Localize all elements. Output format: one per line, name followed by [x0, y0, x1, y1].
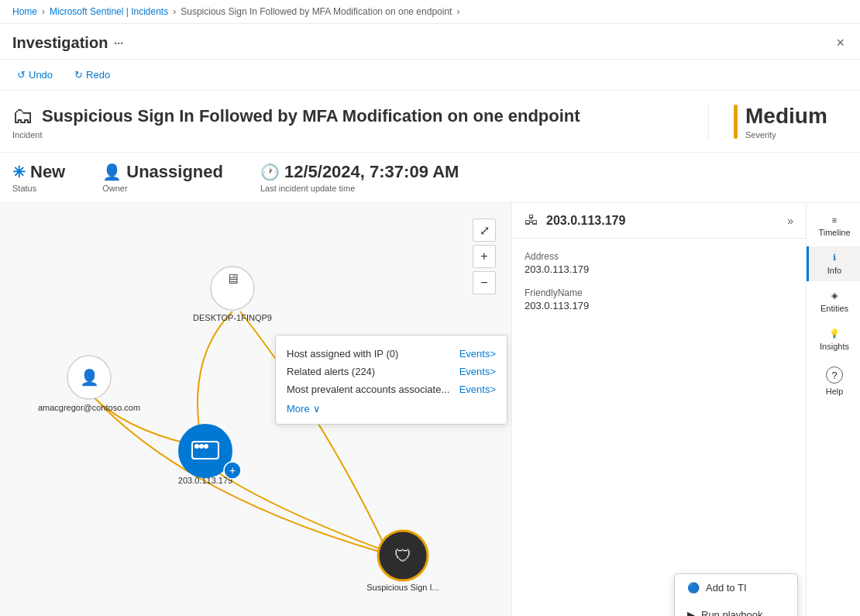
breadcrumb: Home › Microsoft Sentinel | Incidents › … [0, 0, 860, 24]
svg-text:👤: 👤 [80, 368, 99, 387]
breadcrumb-home[interactable]: Home [12, 6, 37, 17]
right-panel-title: 203.0.113.179 [546, 214, 779, 228]
status-meta: ✳ New Status [12, 162, 65, 193]
status-value: New [30, 162, 65, 182]
right-panel-expand[interactable]: » [787, 215, 793, 227]
help-label: Help [826, 387, 844, 396]
redo-icon: ↻ [74, 69, 83, 81]
right-panel: 🖧 203.0.113.179 » Address 203.0.113.179 … [511, 203, 806, 616]
insights-label: Insights [820, 342, 849, 351]
incident-title: Suspicious Sign In Followed by MFA Modif… [42, 106, 580, 126]
svg-point-8 [194, 444, 199, 449]
undo-button[interactable]: ↺ Undo [12, 66, 57, 84]
breadcrumb-incident: Suspicious Sign In Followed by MFA Modif… [181, 6, 452, 17]
time-icon: 🕐 [260, 163, 280, 181]
popup-row-0-label: Host assigned with IP (0) [287, 348, 398, 360]
svg-text:DESKTOP-1FINQP9: DESKTOP-1FINQP9 [193, 313, 272, 322]
incident-sub-label: Incident [12, 130, 708, 139]
popup-row-0-link[interactable]: Events> [459, 348, 496, 360]
run-playbook-item[interactable]: ▶ Run playbook [675, 601, 797, 616]
popup-row-2-label: Most prevalent accounts associate... [287, 384, 449, 395]
popup-row-2: Most prevalent accounts associate... Eve… [287, 380, 496, 398]
popup-row-0: Host assigned with IP (0) Events> [287, 345, 496, 363]
side-nav-item-entities[interactable]: ◈ Entities [807, 284, 860, 319]
svg-text:203.0.113.179: 203.0.113.179 [178, 476, 232, 485]
address-field: Address 203.0.113.179 [525, 251, 793, 275]
context-menu: 🔵 Add to TI ▶ Run playbook [674, 573, 798, 616]
redo-label: Redo [86, 69, 110, 81]
svg-text:amacgregor@contoso.com: amacgregor@contoso.com [38, 403, 140, 412]
side-nav: ≡ Timeline ℹ Info ◈ Entities 💡 Insights … [806, 203, 860, 616]
owner-meta: 👤 Unassigned Owner [102, 162, 223, 193]
side-nav-item-info[interactable]: ℹ Info [807, 246, 860, 281]
header-ellipsis[interactable]: ··· [114, 37, 123, 50]
entities-label: Entities [820, 304, 848, 313]
run-playbook-icon: ▶ [687, 609, 695, 616]
status-icon: ✳ [12, 163, 26, 181]
svg-text:🖥: 🖥 [225, 271, 239, 287]
right-panel-ip-icon: 🖧 [525, 212, 538, 229]
zoom-in-button[interactable]: + [473, 245, 496, 268]
graph-canvas[interactable]: 🖥 DESKTOP-1FINQP9 👤 amacgregor@contoso.c… [0, 203, 511, 616]
time-meta: 🕐 12/5/2024, 7:37:09 AM Last incident up… [260, 162, 459, 193]
friendly-value: 203.0.113.179 [525, 300, 793, 311]
incident-icon: 🗂 [12, 103, 34, 129]
add-to-ti-icon: 🔵 [687, 582, 700, 594]
zoom-out-button[interactable]: − [473, 271, 496, 294]
popup-more-label: More [287, 403, 310, 415]
add-to-ti-label: Add to TI [706, 582, 747, 594]
breadcrumb-sep3: › [456, 6, 459, 17]
status-label: Status [12, 184, 65, 193]
breadcrumb-sep2: › [173, 6, 176, 17]
timeline-label: Timeline [818, 228, 850, 237]
popup-row-1-label: Related alerts (224) [287, 366, 375, 377]
svg-text:Suspicious Sign I...: Suspicious Sign I... [366, 583, 439, 592]
svg-point-9 [199, 444, 204, 449]
side-nav-item-insights[interactable]: 💡 Insights [807, 322, 860, 357]
help-icon: ? [826, 367, 843, 384]
breadcrumb-sentinel[interactable]: Microsoft Sentinel | Incidents [50, 6, 168, 17]
severity-sub: Severity [745, 130, 827, 139]
svg-text:🛡: 🛡 [394, 546, 411, 566]
popup-row-1: Related alerts (224) Events> [287, 363, 496, 380]
severity-label: Medium [745, 104, 827, 129]
svg-point-10 [204, 444, 208, 449]
side-nav-item-help[interactable]: ? Help [807, 360, 860, 402]
undo-icon: ↺ [17, 69, 26, 81]
close-button[interactable]: × [833, 32, 848, 54]
time-label: Last incident update time [260, 184, 459, 193]
insights-icon: 💡 [829, 329, 840, 339]
page-title: Investigation [12, 34, 108, 52]
popup-more-icon: ∨ [313, 403, 321, 415]
popup-row-2-link[interactable]: Events> [459, 384, 496, 395]
redo-button[interactable]: ↻ Redo [70, 66, 115, 84]
popup-card: Host assigned with IP (0) Events> Relate… [275, 335, 507, 425]
friendly-field: FriendlyName 203.0.113.179 [525, 287, 793, 311]
entities-icon: ◈ [831, 291, 838, 301]
severity-bar [734, 105, 738, 139]
address-label: Address [525, 251, 793, 262]
owner-label: Owner [102, 184, 223, 193]
svg-text:+: + [229, 464, 236, 477]
undo-label: Undo [29, 69, 53, 81]
add-to-ti-item[interactable]: 🔵 Add to TI [675, 574, 797, 601]
friendly-label: FriendlyName [525, 287, 793, 298]
time-value: 12/5/2024, 7:37:09 AM [284, 162, 459, 182]
popup-more[interactable]: More ∨ [287, 403, 496, 415]
breadcrumb-sep1: › [42, 6, 45, 17]
owner-value: Unassigned [126, 162, 223, 182]
info-icon: ℹ [833, 253, 836, 263]
popup-row-1-link[interactable]: Events> [459, 366, 496, 377]
owner-icon: 👤 [102, 163, 122, 181]
address-value: 203.0.113.179 [525, 263, 793, 275]
run-playbook-label: Run playbook [701, 609, 763, 616]
info-label: Info [827, 266, 841, 275]
fit-view-button[interactable]: ⤢ [473, 219, 496, 242]
side-nav-item-timeline[interactable]: ≡ Timeline [807, 209, 860, 243]
timeline-icon: ≡ [832, 215, 837, 225]
